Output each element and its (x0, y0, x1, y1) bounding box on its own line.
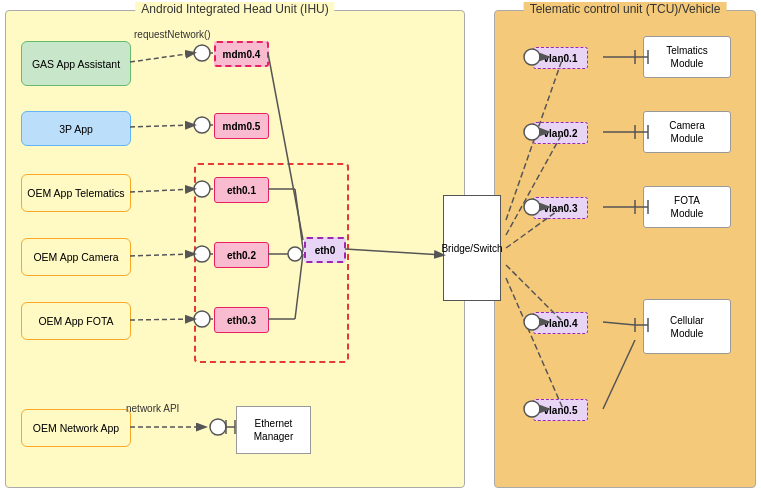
oem-telematics-box: OEM App Telematics (21, 174, 131, 212)
vlan03-box: vlan0.3 (533, 197, 588, 219)
ihu-panel: Android Integrated Head Unit (IHU) GAS A… (5, 10, 465, 488)
oem-network-box: OEM Network App (21, 409, 131, 447)
eth03-box: eth0.3 (214, 307, 269, 333)
ethernet-manager-box: EthernetManager (236, 406, 311, 454)
vlan04-box: vlan0.4 (533, 312, 588, 334)
ihu-title: Android Integrated Head Unit (IHU) (135, 2, 334, 16)
3p-app-box: 3P App (21, 111, 131, 146)
telmatics-module: TelmaticsModule (643, 36, 731, 78)
eth01-box: eth0.1 (214, 177, 269, 203)
mdm05-box: mdm0.5 (214, 113, 269, 139)
tcu-panel: Telematic control unit (TCU)/Vehicle vla… (494, 10, 756, 488)
camera-module: CameraModule (643, 111, 731, 153)
vlan02-box: vlan0.2 (533, 122, 588, 144)
oem-fota-box: OEM App FOTA (21, 302, 131, 340)
network-api-label: network API (126, 403, 179, 414)
eth02-box: eth0.2 (214, 242, 269, 268)
bridge-switch: Bridge/Switch (443, 195, 501, 301)
fota-module: FOTAModule (643, 186, 731, 228)
tcu-title: Telematic control unit (TCU)/Vehicle (524, 2, 727, 16)
vlan05-box: vlan0.5 (533, 399, 588, 421)
mdm04-box: mdm0.4 (214, 41, 269, 67)
request-network-label: requestNetwork() (134, 29, 211, 40)
cellular-module: CellularModule (643, 299, 731, 354)
eth0-box: eth0 (304, 237, 346, 263)
gas-app-box: GAS App Assistant (21, 41, 131, 86)
oem-camera-box: OEM App Camera (21, 238, 131, 276)
vlan01-box: vlan0.1 (533, 47, 588, 69)
